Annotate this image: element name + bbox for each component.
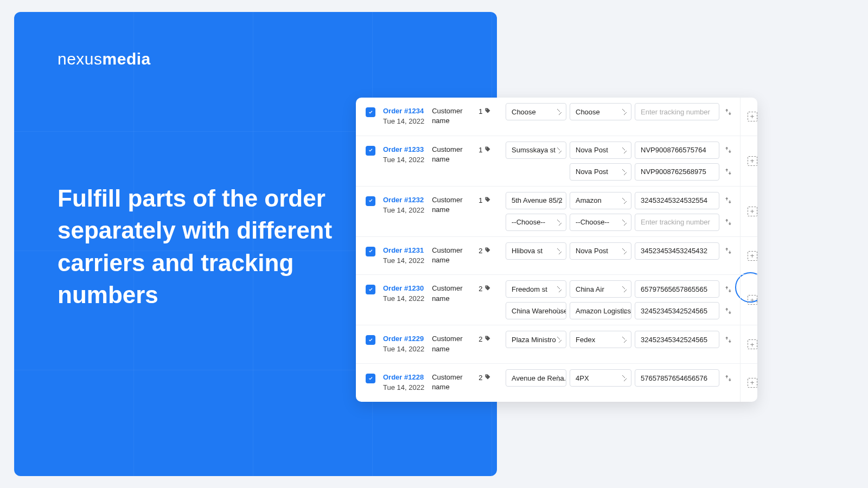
tag-icon <box>484 107 491 115</box>
swap-icon[interactable] <box>723 145 733 156</box>
add-line-button[interactable]: + <box>748 207 757 216</box>
location-select[interactable]: --Choose-- <box>506 214 566 231</box>
order-date: Tue 14, 2022 <box>383 345 424 353</box>
add-line-button[interactable]: + <box>748 295 757 305</box>
checkbox[interactable] <box>366 146 375 156</box>
carrier-select[interactable]: Nova Post <box>570 142 631 159</box>
tracking-input[interactable]: 32452345342524565 <box>635 331 719 348</box>
swap-icon[interactable] <box>723 217 733 228</box>
fulfillment-line: Nova PostNVP9008762568975 <box>506 163 733 181</box>
order-id-block: Order #1229Tue 14, 2022 <box>383 334 424 355</box>
add-line-col: + <box>740 237 757 275</box>
add-line-button[interactable]: + <box>748 378 757 388</box>
order-row: Order #1228Tue 14, 2022Customer name2Ave… <box>356 363 757 402</box>
add-line-button[interactable]: + <box>748 156 757 166</box>
location-select[interactable]: 5th Avenue 85/2 <box>506 192 566 209</box>
tag-icon <box>484 196 491 204</box>
order-link[interactable]: Order #1233 <box>383 145 424 153</box>
line-count: 2 <box>478 285 491 293</box>
tracking-input[interactable]: 32453245324532554 <box>635 192 719 209</box>
carrier-select[interactable]: 4PX <box>570 369 631 387</box>
fulfillment-line: ChooseChooseEnter tracking number <box>506 103 733 120</box>
location-select[interactable]: Freedom st <box>506 280 566 298</box>
carrier-select[interactable]: Nova Post <box>570 242 631 260</box>
line-count: 1 <box>478 107 491 115</box>
order-id-block: Order #1230Tue 14, 2022 <box>383 284 424 304</box>
tracking-input[interactable]: 34523453453245432 <box>635 242 719 260</box>
order-row: Order #1232Tue 14, 2022Customer name15th… <box>356 186 757 236</box>
order-date: Tue 14, 2022 <box>383 383 424 391</box>
tracking-input[interactable]: 32452345342524565 <box>635 302 719 319</box>
tracking-input[interactable]: 57657857654656576 <box>635 369 719 387</box>
fulfillment-lines: ChooseChooseEnter tracking number <box>503 98 740 136</box>
checkbox[interactable] <box>366 247 375 256</box>
tracking-input[interactable]: Enter tracking number <box>635 103 719 120</box>
order-link[interactable]: Order #1228 <box>383 373 424 381</box>
carrier-select[interactable]: Amazon Logistics <box>570 302 631 319</box>
fulfillment-line: 5th Avenue 85/2Amazon32453245324532554 <box>506 192 733 209</box>
order-meta: Order #1232Tue 14, 2022Customer name1 <box>356 187 503 236</box>
add-line-button[interactable]: + <box>748 339 757 349</box>
line-count: 2 <box>478 374 491 382</box>
order-link[interactable]: Order #1229 <box>383 335 424 343</box>
tracking-input[interactable]: 65797565657865565 <box>635 280 719 298</box>
fulfillment-line: Freedom stChina Air65797565657865565 <box>506 280 733 298</box>
order-link[interactable]: Order #1234 <box>383 107 424 115</box>
order-id-block: Order #1232Tue 14, 2022 <box>383 195 424 216</box>
tag-icon <box>484 285 491 293</box>
location-select[interactable]: Hlibova st <box>506 242 566 260</box>
location-select[interactable]: Sumsskaya st <box>506 142 566 159</box>
add-line-button[interactable]: + <box>748 251 757 261</box>
checkbox[interactable] <box>366 285 375 294</box>
order-date: Tue 14, 2022 <box>383 206 424 214</box>
line-count: 1 <box>478 196 491 204</box>
order-id-block: Order #1228Tue 14, 2022 <box>383 373 424 393</box>
checkbox[interactable] <box>366 196 375 206</box>
carrier-select[interactable]: --Choose-- <box>570 214 631 231</box>
order-meta: Order #1228Tue 14, 2022Customer name2 <box>356 364 503 402</box>
carrier-select[interactable]: Fedex <box>570 331 631 348</box>
order-meta: Order #1229Tue 14, 2022Customer name2 <box>356 325 503 363</box>
order-row: Order #1229Tue 14, 2022Customer name2Pla… <box>356 325 757 363</box>
location-select[interactable]: Avenue de Rena.. <box>506 369 566 387</box>
order-link[interactable]: Order #1230 <box>383 284 424 292</box>
order-row: Order #1231Tue 14, 2022Customer name2Hli… <box>356 236 757 275</box>
swap-icon[interactable] <box>723 284 733 294</box>
checkbox[interactable] <box>366 107 375 117</box>
tag-icon <box>484 146 491 154</box>
fulfillment-line: Hlibova stNova Post34523453453245432 <box>506 242 733 260</box>
customer-name: Customer name <box>432 145 471 164</box>
line-count: 1 <box>478 146 491 154</box>
order-link[interactable]: Order #1232 <box>383 196 424 204</box>
fulfillment-lines: Sumsskaya stNova PostNVP9008766575764Nov… <box>503 136 740 186</box>
location-select[interactable]: China Warehouse <box>506 302 566 319</box>
order-id-block: Order #1231Tue 14, 2022 <box>383 246 424 266</box>
location-select[interactable]: Choose <box>506 103 566 120</box>
swap-icon[interactable] <box>723 246 733 256</box>
swap-icon[interactable] <box>723 334 733 345</box>
add-line-button[interactable]: + <box>748 112 757 121</box>
swap-icon[interactable] <box>723 166 733 177</box>
swap-icon[interactable] <box>723 373 733 383</box>
carrier-select[interactable]: China Air <box>570 280 631 298</box>
tracking-input[interactable]: Enter tracking number <box>635 214 719 231</box>
fulfillment-lines: Hlibova stNova Post34523453453245432 <box>503 237 740 275</box>
order-meta: Order #1231Tue 14, 2022Customer name2 <box>356 237 503 275</box>
tracking-input[interactable]: NVP9008762568975 <box>635 163 719 181</box>
order-date: Tue 14, 2022 <box>383 294 424 303</box>
carrier-select[interactable]: Amazon <box>570 192 631 209</box>
order-link[interactable]: Order #1231 <box>383 246 424 254</box>
checkbox[interactable] <box>366 374 375 383</box>
carrier-select[interactable]: Choose <box>570 103 631 120</box>
location-select[interactable]: Plaza Ministro <box>506 331 566 348</box>
fulfillment-lines: Freedom stChina Air65797565657865565Chin… <box>503 275 740 325</box>
carrier-select[interactable]: Nova Post <box>570 163 631 181</box>
swap-icon[interactable] <box>723 106 733 117</box>
swap-icon[interactable] <box>723 195 733 206</box>
order-date: Tue 14, 2022 <box>383 156 424 164</box>
tracking-input[interactable]: NVP9008766575764 <box>635 142 719 159</box>
fulfillment-line: Plaza MinistroFedex32452345342524565 <box>506 331 733 348</box>
swap-icon[interactable] <box>723 305 733 316</box>
headline: Fulfill parts of the order separately wi… <box>58 182 394 311</box>
checkbox[interactable] <box>366 335 375 345</box>
